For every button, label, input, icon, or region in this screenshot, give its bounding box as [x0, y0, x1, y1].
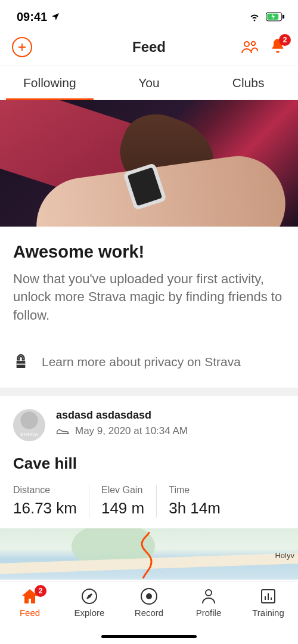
status-time-group: 09:41: [17, 10, 60, 24]
chart-icon: [260, 588, 277, 605]
stat-time-label: Time: [169, 485, 221, 496]
status-right-group: [248, 11, 285, 22]
activity-map[interactable]: Holyv: [0, 528, 298, 580]
section-divider: [0, 388, 298, 396]
notifications-button[interactable]: 2: [269, 38, 286, 57]
record-icon: [140, 587, 158, 605]
activity-user[interactable]: asdasd asdasdasd: [56, 409, 188, 422]
add-button[interactable]: [12, 37, 32, 57]
compass-icon: [81, 588, 98, 605]
stat-distance: Distance 16.73 km: [13, 485, 89, 518]
friends-icon[interactable]: [241, 40, 259, 54]
stat-elev-value: 149 m: [101, 499, 144, 518]
activity-header: STRAVA asdasd asdasdasd May 9, 2020 at 1…: [13, 409, 285, 441]
svg-point-3: [244, 42, 249, 47]
tab-following[interactable]: Following: [0, 66, 100, 100]
tabbar-profile[interactable]: Profile: [185, 587, 232, 618]
tabbar-record[interactable]: Record: [125, 587, 173, 618]
tabbar-feed[interactable]: Feed 2: [6, 587, 54, 618]
activity-card[interactable]: STRAVA asdasd asdasdasd May 9, 2020 at 1…: [0, 396, 298, 518]
avatar[interactable]: STRAVA: [13, 409, 45, 441]
map-place-label: Holyv: [275, 551, 294, 560]
tabbar-training-label: Training: [252, 608, 284, 618]
tab-clubs[interactable]: Clubs: [198, 66, 298, 100]
plus-icon: [17, 42, 27, 52]
tabbar-explore-label: Explore: [74, 608, 105, 618]
activity-stats: Distance 16.73 km Elev Gain 149 m Time 3…: [13, 485, 285, 518]
header: Feed 2: [0, 30, 298, 66]
stat-elev-label: Elev Gain: [101, 485, 144, 496]
stat-distance-label: Distance: [13, 485, 77, 496]
profile-icon: [200, 588, 217, 605]
activity-date: May 9, 2020 at 10:34 AM: [75, 425, 188, 437]
stat-distance-value: 16.73 km: [13, 499, 77, 518]
svg-point-9: [147, 594, 151, 599]
stat-elev: Elev Gain 149 m: [89, 485, 156, 518]
tabbar-feed-label: Feed: [20, 608, 40, 618]
lock-icon: [14, 354, 27, 370]
tabbar-record-label: Record: [135, 608, 163, 618]
promo-title: Awesome work!: [13, 242, 285, 262]
tabbar-explore[interactable]: Explore: [66, 587, 113, 618]
shoe-icon: [56, 427, 69, 435]
privacy-link[interactable]: Learn more about privacy on Strava: [0, 336, 298, 388]
tabbar-feed-badge: 2: [35, 585, 46, 597]
tab-you[interactable]: You: [100, 66, 199, 100]
battery-charging-icon: [266, 12, 285, 21]
wifi-icon: [248, 11, 261, 22]
feed-tabs: Following You Clubs: [0, 66, 298, 100]
svg-rect-2: [283, 15, 284, 19]
stat-time: Time 3h 14m: [156, 485, 232, 518]
privacy-text: Learn more about privacy on Strava: [42, 355, 241, 369]
status-bar: 09:41: [0, 0, 298, 30]
hero-image: [0, 100, 298, 227]
svg-rect-6: [17, 364, 26, 365]
stat-time-value: 3h 14m: [169, 499, 221, 518]
tabbar-profile-label: Profile: [196, 608, 222, 618]
home-indicator[interactable]: [101, 635, 197, 638]
svg-point-10: [206, 590, 212, 596]
status-time: 09:41: [17, 10, 47, 24]
activity-title: Cave hill: [13, 454, 285, 473]
promo-body: Now that you've uploaded your first acti…: [13, 270, 285, 324]
promo-card: Awesome work! Now that you've uploaded y…: [0, 227, 298, 336]
notification-badge: 2: [279, 34, 291, 46]
tabbar-training[interactable]: Training: [244, 587, 292, 618]
route-line-icon: [137, 532, 161, 580]
location-arrow-icon: [51, 12, 60, 21]
page-title: Feed: [132, 39, 166, 55]
svg-point-4: [252, 42, 255, 45]
activity-date-row: May 9, 2020 at 10:34 AM: [56, 425, 188, 437]
